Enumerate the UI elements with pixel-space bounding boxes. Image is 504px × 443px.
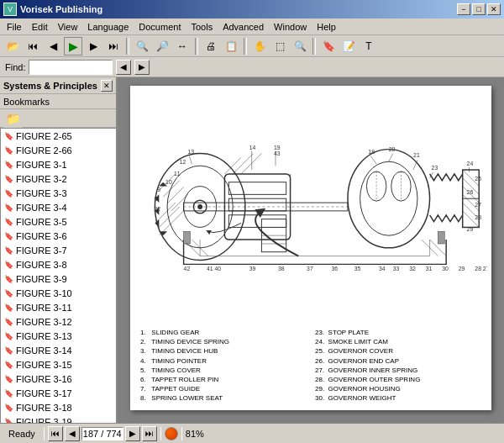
sidebar-item[interactable]: 🔖FIGURE 3-13 — [1, 329, 116, 343]
print-button[interactable]: 🖨 — [202, 37, 220, 55]
next-last-button[interactable]: ⏭ — [104, 37, 123, 55]
sidebar-item[interactable]: 🔖FIGURE 3-12 — [1, 314, 116, 329]
open-button[interactable]: 📂 — [3, 37, 22, 55]
sidebar-item[interactable]: 🔖FIGURE 3-5 — [1, 214, 116, 229]
find-prev-button[interactable]: ◀ — [116, 60, 131, 75]
copy-button[interactable]: 📋 — [222, 37, 240, 55]
sidebar-item[interactable]: 🔖FIGURE 3-6 — [1, 229, 116, 243]
prev-page-button[interactable]: ◀ — [65, 426, 80, 441]
next-page-button[interactable]: ▶ — [125, 426, 140, 441]
select-button[interactable]: ⬚ — [270, 37, 289, 55]
sidebar-item[interactable]: 🔖FIGURE 3-17 — [1, 386, 116, 400]
svg-text:34: 34 — [379, 266, 386, 272]
sidebar-item[interactable]: 🔖FIGURE 3-18 — [1, 400, 116, 414]
svg-text:37: 37 — [307, 266, 313, 272]
sidebar-item[interactable]: 🔖FIGURE 3-9 — [1, 272, 116, 286]
find-next-button[interactable]: ▶ — [134, 60, 150, 75]
svg-text:39: 39 — [249, 266, 256, 272]
zoom-out-button[interactable]: 🔍 — [133, 37, 151, 55]
sidebar-item[interactable]: 🔖FIGURE 3-11 — [1, 300, 116, 314]
sidebar-item[interactable]: 🔖FIGURE 3-4 — [1, 200, 116, 214]
prev-first-button[interactable]: ⏮ — [24, 37, 42, 55]
sidebar-item[interactable]: 🔖FIGURE 3-15 — [1, 357, 116, 372]
sidebar-folder-icon: 📁 — [3, 109, 22, 128]
toolbar: 📂 ⏮ ◀ ▶ ▶ ⏭ 🔍 🔎 ↔ 🖨 📋 ✋ ⬚ 🔍 🔖 📝 T — [0, 35, 504, 57]
menu-language[interactable]: Language — [82, 19, 134, 34]
svg-rect-83 — [184, 231, 191, 244]
parts-list: 1. SLIDING GEAR 2. TIMING DEVICE SPRING … — [134, 324, 488, 407]
part-item: 24. SMOKE LIMIT CAM — [315, 337, 481, 346]
status-sep-1 — [44, 427, 45, 440]
close-button[interactable]: ✕ — [487, 3, 501, 15]
find-label: Find: — [5, 62, 25, 72]
find-input[interactable] — [29, 60, 113, 75]
svg-text:10: 10 — [165, 179, 172, 185]
find-bar: Find: ◀ ▶ — [0, 57, 504, 77]
sidebar: Systems & Principles ✕ Bookmarks 📁 🔖FIGU… — [0, 77, 118, 423]
highlight-button[interactable]: T — [360, 37, 378, 55]
document-area[interactable]: 14 19 13 12 11 10 9 8 22 43 18 20 21 23 — [118, 77, 504, 423]
svg-text:28 27: 28 27 — [475, 266, 487, 272]
sidebar-item[interactable]: 🔖FIGURE 3-7 — [1, 243, 116, 257]
menu-help[interactable]: Help — [312, 19, 341, 34]
svg-text:20: 20 — [389, 146, 396, 152]
sidebar-item-label: FIGURE 3-9 — [16, 274, 67, 284]
notes-button[interactable]: 📝 — [339, 37, 358, 55]
sidebar-toolbar: 📁 — [0, 109, 116, 128]
svg-text:19: 19 — [274, 145, 281, 150]
bookmarks-label: Bookmarks — [0, 94, 116, 109]
sidebar-item[interactable]: 🔖FIGURE 3-16 — [1, 372, 116, 386]
part-item: 8. SPRING LOWER SEAT — [140, 393, 307, 403]
minimize-button[interactable]: − — [457, 3, 470, 15]
sidebar-item[interactable]: 🔖FIGURE 3-3 — [1, 186, 116, 200]
zoom-in-button[interactable]: 🔎 — [153, 37, 171, 55]
bookmark-icon: 🔖 — [4, 332, 13, 340]
part-item: 2. TIMING DEVICE SPRING — [140, 337, 307, 346]
bookmark-icon: 🔖 — [4, 303, 13, 312]
menu-file[interactable]: File — [2, 19, 27, 34]
sidebar-item[interactable]: 🔖FIGURE 3-10 — [1, 286, 116, 300]
search-button[interactable]: 🔍 — [291, 37, 309, 55]
first-page-button[interactable]: ⏮ — [48, 426, 63, 441]
next-button[interactable]: ▶ — [84, 37, 102, 55]
part-item: 28. GOVERNOR OUTER SPRING — [315, 375, 481, 384]
separator-4 — [312, 38, 316, 55]
sidebar-item[interactable]: 🔖FIGURE 3-14 — [1, 343, 116, 357]
sidebar-item-label: FIGURE 3-10 — [16, 288, 72, 298]
sidebar-item-label: FIGURE 3-7 — [16, 245, 67, 256]
menu-edit[interactable]: Edit — [27, 19, 53, 34]
play-button[interactable]: ▶ — [64, 37, 82, 55]
sidebar-item[interactable]: 🔖FIGURE 3-19 — [1, 414, 116, 423]
hand-tool-button[interactable]: ✋ — [250, 37, 269, 55]
sidebar-item[interactable]: 🔖FIGURE 3-2 — [1, 171, 116, 186]
bookmark-icon: 🔖 — [4, 161, 13, 169]
sidebar-item-label: FIGURE 3-8 — [16, 260, 67, 270]
fit-width-button[interactable]: ↔ — [173, 37, 192, 55]
bookmark-icon: 🔖 — [4, 318, 13, 326]
svg-text:30: 30 — [442, 266, 449, 272]
menu-window[interactable]: Window — [269, 19, 312, 34]
bookmark-button[interactable]: 🔖 — [319, 37, 338, 55]
svg-text:27: 27 — [475, 202, 481, 208]
sidebar-list[interactable]: 🔖FIGURE 2-65🔖FIGURE 2-66🔖FIGURE 3-1🔖FIGU… — [0, 128, 116, 423]
bookmark-icon: 🔖 — [4, 346, 13, 355]
menu-tools[interactable]: Tools — [186, 19, 218, 34]
sidebar-item[interactable]: 🔖FIGURE 2-66 — [1, 143, 116, 157]
svg-text:31: 31 — [426, 266, 433, 272]
sidebar-item-label: FIGURE 3-17 — [16, 388, 72, 398]
menu-advanced[interactable]: Advanced — [218, 19, 269, 34]
svg-text:43: 43 — [274, 150, 281, 156]
app-title: Vorisek Publishing — [20, 4, 102, 14]
menu-document[interactable]: Document — [134, 19, 186, 34]
sidebar-item[interactable]: 🔖FIGURE 2-65 — [1, 129, 116, 143]
prev-button[interactable]: ◀ — [44, 37, 62, 55]
sidebar-item[interactable]: 🔖FIGURE 3-8 — [1, 257, 116, 272]
sidebar-close-button[interactable]: ✕ — [101, 80, 113, 92]
sidebar-item[interactable]: 🔖FIGURE 3-1 — [1, 157, 116, 171]
last-page-button[interactable]: ⏭ — [142, 426, 157, 441]
sidebar-item-label: FIGURE 3-1 — [16, 160, 67, 170]
sidebar-item-label: FIGURE 3-4 — [16, 203, 67, 213]
maximize-button[interactable]: □ — [472, 3, 486, 15]
page-input[interactable] — [81, 427, 123, 440]
menu-view[interactable]: View — [53, 19, 83, 34]
